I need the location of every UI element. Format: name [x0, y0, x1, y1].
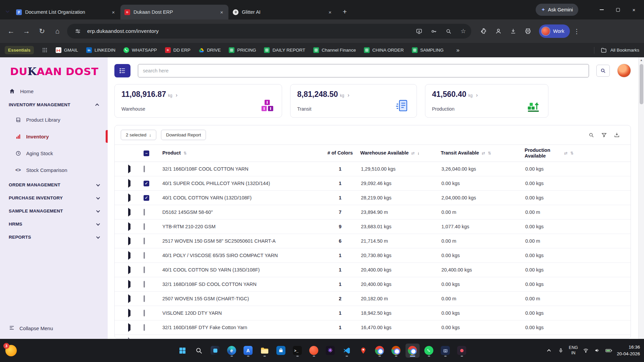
product-cell[interactable]: 32/1 168D/108F SD COOL COTTON YARN: [162, 282, 320, 287]
export-download-icon[interactable]: [614, 132, 620, 138]
taskbar-weather[interactable]: 3: [5, 345, 17, 356]
bookmark-item[interactable]: DDD ERP: [165, 47, 191, 53]
install-app-icon[interactable]: [414, 26, 424, 37]
maps-pin-icon[interactable]: [356, 344, 370, 358]
row-checkbox[interactable]: [144, 266, 145, 273]
home-icon[interactable]: ⌂: [50, 24, 64, 38]
battery-icon[interactable]: [605, 347, 612, 354]
list-menu-button[interactable]: [114, 64, 130, 77]
bookmark-item[interactable]: DAILY REPORT: [264, 47, 305, 53]
row-checkbox[interactable]: [144, 209, 145, 216]
bookmark-item[interactable]: inLINKEDIN: [86, 47, 115, 53]
expand-arrow-icon[interactable]: [128, 208, 130, 217]
col-colors[interactable]: # of Colors: [327, 150, 353, 156]
product-cell[interactable]: 2507 WOVEN 155 GSM (CHART-TIGC): [162, 296, 320, 301]
vscode-icon[interactable]: [340, 344, 354, 358]
row-checkbox[interactable]: [144, 166, 145, 172]
sparkle-app-icon[interactable]: ✳: [323, 344, 337, 358]
sidebar-section-hrms[interactable]: HRMS: [0, 218, 108, 231]
maximize-button[interactable]: [610, 0, 626, 19]
tab-close-icon[interactable]: ×: [218, 9, 225, 15]
chevron-right-icon[interactable]: ›: [347, 92, 349, 98]
bookmark-item[interactable]: [42, 47, 48, 53]
collapse-menu-button[interactable]: Collapse Menu: [0, 319, 108, 339]
sort-icon[interactable]: ⇅: [570, 151, 574, 156]
user-avatar[interactable]: [617, 64, 631, 77]
expand-arrow-icon[interactable]: [128, 265, 130, 274]
stat-card-transit[interactable]: 8,81,248.50kg›Transit: [290, 84, 417, 118]
stat-card-warehouse[interactable]: 11,08,916.87kg›Warehouse: [114, 84, 282, 118]
language-indicator[interactable]: ENGIN: [569, 345, 578, 356]
col-transit[interactable]: Transit Available: [441, 150, 479, 156]
sidebar-item-home[interactable]: Home: [0, 84, 108, 98]
expand-arrow-icon[interactable]: [128, 165, 130, 173]
bookmark-item[interactable]: Essentials: [5, 46, 34, 54]
whatsapp-icon[interactable]: [422, 344, 436, 358]
browser-orange-icon[interactable]: [307, 344, 321, 358]
product-cell[interactable]: 40/1 SUPER COOL PHILLCOT YARN (132D/144): [162, 181, 320, 186]
search-submit-button[interactable]: [596, 65, 610, 77]
product-cell[interactable]: D5162 145GSM 58-60'': [162, 209, 320, 215]
tab-close-icon[interactable]: ×: [110, 9, 117, 15]
downloads-icon[interactable]: [507, 25, 520, 38]
profile-person-icon[interactable]: [492, 25, 505, 38]
expand-arrow-icon[interactable]: [128, 294, 130, 303]
chevron-right-icon[interactable]: ›: [176, 92, 177, 98]
sidebar-section-order-management[interactable]: ORDER MANAGEMENT: [0, 178, 108, 191]
sidebar-item-aging-stock[interactable]: Aging Stock: [0, 145, 108, 162]
expand-arrow-icon[interactable]: [128, 323, 130, 332]
product-cell[interactable]: 40/1 COOL COTTON YARN (132D/108F): [162, 195, 320, 200]
sort-icon[interactable]: ⇅: [183, 151, 187, 156]
site-info-icon[interactable]: [72, 26, 83, 37]
swap-sort-icon[interactable]: ⇄: [411, 151, 415, 156]
bookmarks-overflow-icon[interactable]: »: [457, 47, 460, 54]
browser-menu-icon[interactable]: ⋮: [571, 27, 583, 35]
reload-icon[interactable]: ↻: [35, 24, 49, 38]
col-warehouse[interactable]: Warehouse Available: [360, 150, 409, 156]
search-input[interactable]: [138, 64, 589, 77]
download-report-button[interactable]: Download Report: [161, 130, 206, 140]
bookmark-item[interactable]: PRICING: [229, 47, 256, 53]
row-checkbox[interactable]: [144, 238, 145, 244]
store-icon[interactable]: A: [241, 344, 255, 358]
taskbar-clock[interactable]: 16:36 20-04-2026: [617, 344, 640, 357]
browser-tab[interactable]: Document List Organization×: [12, 5, 120, 19]
bookmark-item[interactable]: SAMPLING: [412, 47, 444, 53]
password-key-icon[interactable]: [428, 26, 439, 37]
chrome-icon-2[interactable]: [389, 344, 403, 358]
back-icon[interactable]: ←: [4, 24, 18, 38]
row-checkbox[interactable]: ✓: [144, 195, 149, 201]
sidebar-section-inventory-management[interactable]: INVENTORY MANAGEMENT: [0, 98, 108, 111]
scrollbar-thumb[interactable]: [640, 64, 643, 104]
expand-arrow-icon[interactable]: [128, 179, 130, 188]
tab-search-icon[interactable]: [2, 4, 12, 19]
row-checkbox[interactable]: ✓: [144, 181, 149, 186]
row-checkbox[interactable]: [144, 324, 145, 331]
product-cell[interactable]: 40/1 COOL COTTON SD YARN (135D/108F): [162, 267, 320, 273]
sidebar-section-sample-management[interactable]: SAMPLE MANAGEMENT: [0, 204, 108, 218]
product-cell[interactable]: 32/1 160D/168F DTY Fake Cotton Yarn: [162, 325, 320, 330]
sidebar-section-purchase-inventory[interactable]: PURCHASE INVENTORY: [0, 191, 108, 204]
row-checkbox[interactable]: [144, 252, 145, 259]
product-cell[interactable]: 2517 WOVEN 150 GSM 58" SC25050601 CHART-…: [162, 238, 320, 244]
tab-close-icon[interactable]: ×: [327, 9, 333, 15]
minimize-button[interactable]: [594, 0, 610, 19]
new-tab-button[interactable]: +: [339, 6, 351, 17]
col-product[interactable]: Product: [162, 150, 181, 156]
product-cell[interactable]: 40/1 POLY / VISCOSE 65/35 SIRO COMPACT Y…: [162, 253, 320, 258]
sidebar-item-stock-comparison[interactable]: <>Stock Comparison: [0, 162, 108, 178]
forward-icon[interactable]: →: [19, 24, 34, 38]
chrome-icon[interactable]: [373, 344, 387, 358]
explorer-icon[interactable]: [258, 344, 272, 358]
sidebar-item-product-library[interactable]: Product Library: [0, 111, 108, 128]
expand-arrow-icon[interactable]: [128, 309, 130, 317]
bookmark-item[interactable]: WHATSAPP: [123, 47, 157, 53]
table-search-icon[interactable]: [588, 132, 594, 138]
product-cell[interactable]: VISLONE 120D DTY YARN: [162, 310, 320, 316]
url-text[interactable]: erp.dukaandost.com/inventory: [87, 28, 410, 34]
terminal-icon[interactable]: >_: [290, 344, 305, 358]
filter-icon[interactable]: [601, 132, 607, 138]
selected-dropdown-button[interactable]: 2 selected ↓: [121, 130, 156, 140]
print-icon[interactable]: [522, 25, 534, 38]
lens-search-icon[interactable]: [443, 26, 454, 37]
